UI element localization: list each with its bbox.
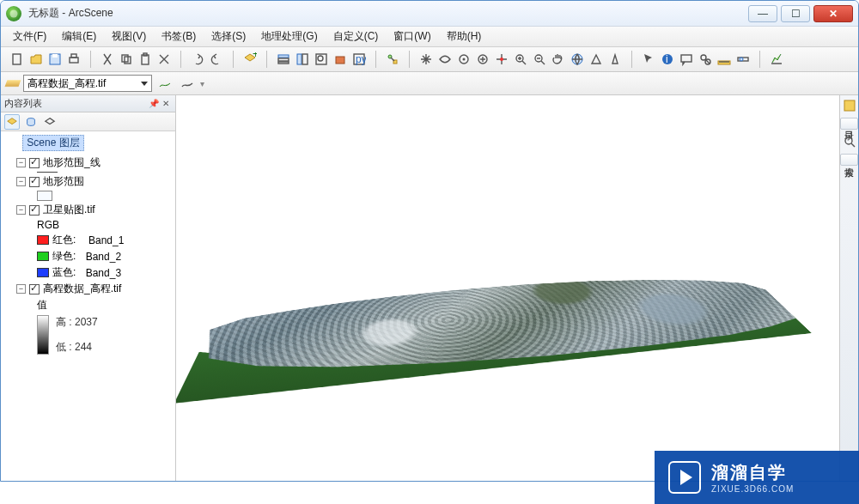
field-of-view-button[interactable] — [587, 50, 606, 69]
new-button[interactable] — [8, 50, 27, 69]
menu-file[interactable]: 文件(F) — [6, 27, 53, 46]
band-swatch-blue — [37, 268, 49, 277]
menu-bookmarks[interactable]: 书签(B) — [155, 27, 203, 46]
menu-selection[interactable]: 选择(S) — [204, 27, 253, 46]
maximize-button[interactable]: ☐ — [781, 5, 810, 22]
center-target-button[interactable] — [454, 50, 473, 69]
play-icon — [668, 461, 701, 494]
scene-layers-header[interactable]: Scene 图层 — [22, 135, 83, 151]
print-button[interactable] — [64, 50, 83, 69]
measure-button[interactable] — [715, 50, 734, 69]
layer-label[interactable]: 地形范围 — [43, 174, 84, 189]
set-observer-button[interactable] — [492, 50, 511, 69]
toolbar-layer: 高程数据_高程.tif ▾ — [1, 72, 858, 95]
minimize-button[interactable]: — — [748, 5, 777, 22]
full-extent-button[interactable] — [568, 50, 587, 69]
zoom-target-button[interactable] — [473, 50, 492, 69]
svg-text:py: py — [356, 53, 366, 65]
fly-button[interactable] — [436, 50, 454, 69]
svg-rect-15 — [297, 54, 302, 64]
menu-customize[interactable]: 自定义(C) — [326, 27, 386, 46]
watermark-title: 溜溜自学 — [711, 461, 794, 484]
menu-windows[interactable]: 窗口(W) — [387, 27, 437, 46]
collapse-button[interactable]: − — [16, 177, 26, 186]
surface-tool-1[interactable] — [155, 74, 174, 93]
copy-button[interactable] — [117, 50, 136, 69]
svg-rect-16 — [302, 54, 308, 64]
toc-pin-button[interactable]: 📌 — [148, 99, 160, 108]
toc-list-by-source[interactable] — [23, 114, 39, 130]
delete-button[interactable] — [155, 50, 174, 69]
rgb-label: RGB — [37, 219, 59, 231]
layer-combo[interactable]: 高程数据_高程.tif — [23, 75, 152, 92]
toc-button[interactable] — [274, 50, 293, 69]
zoom-out-button[interactable] — [530, 50, 549, 69]
field-of-view-narrow-button[interactable] — [606, 50, 624, 69]
svg-text:+: + — [253, 52, 257, 60]
collapse-button[interactable]: − — [16, 205, 26, 215]
terrain-model — [216, 227, 799, 389]
save-button[interactable] — [46, 50, 64, 69]
svg-point-0 — [10, 9, 18, 17]
search-icon — [843, 135, 856, 149]
layer-visibility-checkbox[interactable] — [29, 158, 40, 168]
scene-viewport[interactable] — [176, 95, 839, 481]
zoom-in-button[interactable] — [511, 50, 530, 69]
paste-button[interactable] — [136, 50, 155, 69]
html-popup-button[interactable] — [677, 50, 696, 69]
model-builder-button[interactable] — [383, 50, 402, 69]
menu-edit[interactable]: 编辑(E) — [55, 27, 103, 46]
menu-geoprocessing[interactable]: 地理处理(G) — [254, 27, 324, 46]
close-button[interactable]: ✕ — [813, 5, 853, 22]
menu-view[interactable]: 视图(V) — [105, 27, 153, 46]
layer-label[interactable]: 地形范围_线 — [43, 155, 101, 170]
identify-button[interactable]: i — [658, 50, 677, 69]
toc-list-by-selection[interactable] — [42, 114, 58, 130]
svg-point-38 — [740, 58, 743, 61]
navigate-button[interactable] — [417, 50, 436, 69]
menubar: 文件(F) 编辑(E) 视图(V) 书签(B) 选择(S) 地理处理(G) 自定… — [1, 27, 858, 47]
toc-title: 内容列表 — [4, 97, 148, 110]
toolbar-standard: + py i — [1, 47, 858, 72]
catalog-button[interactable] — [293, 50, 312, 69]
svg-rect-12 — [278, 55, 289, 58]
dropdown-caret-icon: ▾ — [200, 79, 204, 88]
cut-button[interactable] — [98, 50, 117, 69]
layer-visibility-checkbox[interactable] — [29, 177, 40, 187]
find-button[interactable] — [696, 50, 715, 69]
layer-visibility-checkbox[interactable] — [29, 205, 40, 216]
arctoolbox-button[interactable] — [331, 50, 350, 69]
watermark: 溜溜自学 ZIXUE.3D66.COM — [655, 451, 859, 504]
redo-button[interactable] — [207, 50, 226, 69]
svg-point-25 — [463, 58, 466, 61]
band-swatch-red — [37, 235, 49, 245]
dock-tab-catalog[interactable]: 目录 — [840, 118, 858, 130]
toc-list-by-drawing-order[interactable] — [4, 114, 20, 130]
band-swatch-green — [37, 252, 49, 261]
toc-close-button[interactable]: ✕ — [160, 99, 172, 108]
collapse-button[interactable]: − — [16, 158, 26, 167]
layer-label[interactable]: 高程数据_高程.tif — [43, 282, 121, 296]
dock-tab-search[interactable]: 搜索 — [840, 154, 858, 166]
pan-button[interactable] — [549, 50, 568, 69]
app-icon — [6, 6, 21, 21]
collapse-button[interactable]: − — [16, 284, 26, 294]
undo-button[interactable] — [188, 50, 207, 69]
search-window-button[interactable] — [312, 50, 331, 69]
svg-rect-3 — [52, 54, 58, 58]
band-value: Band_1 — [88, 234, 124, 246]
layer-label[interactable]: 卫星贴图.tif — [43, 203, 95, 217]
menu-help[interactable]: 帮助(H) — [440, 27, 489, 46]
python-button[interactable]: py — [350, 50, 369, 69]
svg-point-27 — [500, 58, 503, 61]
open-button[interactable] — [27, 50, 46, 69]
3d-analyst-button[interactable] — [767, 50, 786, 69]
layer-visibility-checkbox[interactable] — [29, 284, 40, 295]
time-slider-button[interactable] — [734, 50, 752, 69]
add-data-button[interactable]: + — [241, 50, 259, 69]
low-label: 低 : — [56, 341, 72, 353]
line-symbol — [37, 172, 58, 173]
surface-tool-2[interactable] — [178, 74, 197, 93]
fill-symbol — [37, 191, 52, 201]
select-elements-button[interactable] — [639, 50, 658, 69]
